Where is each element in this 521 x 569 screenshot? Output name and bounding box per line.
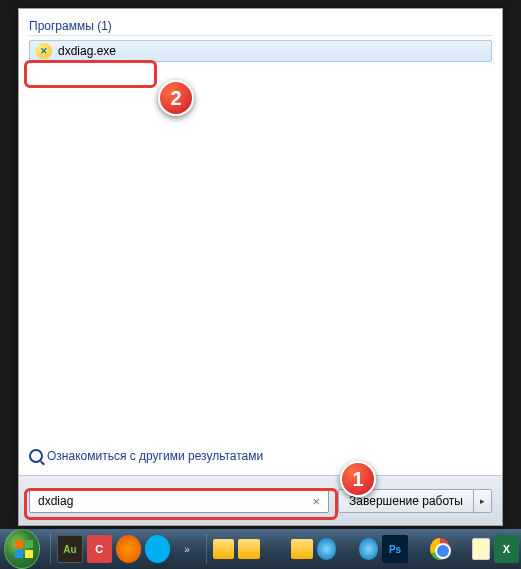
taskbar-icon-browser[interactable]	[317, 538, 337, 560]
taskbar-icon-chrome[interactable]	[430, 538, 450, 560]
start-menu-bottom-bar: × Завершение работы ▸	[19, 475, 502, 525]
start-button[interactable]	[4, 529, 40, 569]
taskbar-separator	[50, 534, 51, 564]
search-icon	[29, 449, 43, 463]
divider	[29, 35, 492, 36]
start-menu-panel: Программы (1) dxdiag.exe Ознакомиться с …	[18, 8, 503, 526]
taskbar-icon-ccleaner[interactable]: C	[87, 535, 112, 563]
dxdiag-icon	[36, 43, 52, 59]
taskbar-separator	[206, 534, 207, 564]
clear-search-icon[interactable]: ×	[308, 494, 324, 509]
search-box[interactable]: ×	[29, 489, 329, 513]
more-results-label: Ознакомиться с другими результатами	[47, 449, 263, 463]
annotation-callout-1: 1	[340, 461, 376, 497]
taskbar-icon-folder[interactable]	[291, 539, 313, 559]
taskbar-icon-explorer[interactable]	[213, 539, 235, 559]
taskbar-icon-excel[interactable]: X	[494, 535, 519, 563]
taskbar-icon-audition[interactable]: Au	[57, 535, 82, 563]
taskbar-overflow-chevron[interactable]: »	[174, 535, 199, 563]
taskbar-icon-notepad[interactable]	[472, 538, 490, 560]
more-results-link[interactable]: Ознакомиться с другими результатами	[29, 449, 263, 463]
taskbar: Au C » Ps X	[0, 529, 521, 569]
shutdown-label: Завершение работы	[349, 494, 463, 508]
search-results-area: Программы (1) dxdiag.exe	[19, 9, 502, 427]
taskbar-icon-explorer-2[interactable]	[238, 539, 260, 559]
taskbar-icon-skype[interactable]	[145, 535, 170, 563]
taskbar-icon-firefox[interactable]	[116, 535, 141, 563]
result-item-label: dxdiag.exe	[58, 44, 116, 58]
result-item-dxdiag[interactable]: dxdiag.exe	[29, 40, 492, 62]
taskbar-icon-photoshop[interactable]: Ps	[382, 535, 407, 563]
search-input[interactable]	[34, 494, 308, 508]
shutdown-menu-arrow[interactable]: ▸	[474, 489, 492, 513]
taskbar-icon-browser-2[interactable]	[359, 538, 379, 560]
annotation-callout-2: 2	[158, 80, 194, 116]
section-header-programs: Программы (1)	[29, 19, 492, 33]
